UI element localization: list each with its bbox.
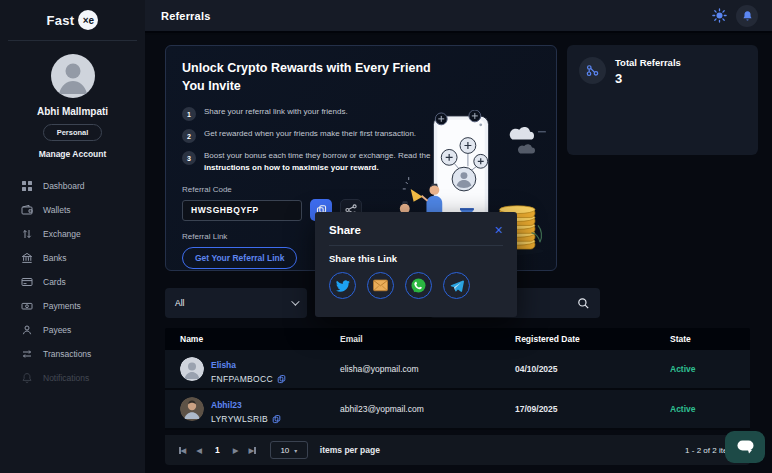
sidebar-item-transactions[interactable]: Transactions xyxy=(0,342,145,366)
total-referrals-text: Total Referrals 3 xyxy=(615,57,681,86)
bell-icon xyxy=(742,10,753,22)
referral-code-value: LYRYWLSRIB xyxy=(211,414,268,424)
referral-code-input[interactable] xyxy=(182,200,302,221)
manage-account-link[interactable]: Manage Account xyxy=(0,149,145,159)
table-row: Abhil23 LYRYWLSRIB abhil23@yopmail.com 1… xyxy=(165,390,750,430)
sidebar-item-cards[interactable]: Cards xyxy=(0,270,145,294)
bank-icon xyxy=(21,252,33,264)
caret-down-icon: ▾ xyxy=(294,447,297,454)
sidebar-item-label: Notifications xyxy=(43,373,89,383)
referral-card-title: Unlock Crypto Rewards with Every Friend … xyxy=(182,60,437,95)
referrals-table: Name Email Registered Date State Elisha … xyxy=(165,328,750,465)
step-text-bold: instructions on how to maximise your rew… xyxy=(204,163,379,172)
row-avatar xyxy=(180,397,204,421)
copy-icon[interactable] xyxy=(272,414,281,424)
step-number-badge: 2 xyxy=(182,129,196,143)
sidebar-item-payees[interactable]: Payees xyxy=(0,318,145,342)
step-number-badge: 3 xyxy=(182,151,196,165)
top-header: Referrals xyxy=(145,0,772,33)
page-size-value: 10 xyxy=(280,446,289,455)
total-referrals-icon-wrap xyxy=(579,57,606,84)
share-telegram-button[interactable] xyxy=(443,272,470,299)
share-twitter-button[interactable] xyxy=(329,272,356,299)
main-content: Unlock Crypto Rewards with Every Friend … xyxy=(145,35,772,473)
total-referrals-card: Total Referrals 3 xyxy=(567,45,758,155)
sidebar-nav: Dashboard Wallets Exchange Banks Cards P… xyxy=(0,174,145,390)
sidebar-item-payments[interactable]: Payments xyxy=(0,294,145,318)
share-popup-header: Share × xyxy=(329,223,503,237)
page-size-dropdown[interactable]: 10 ▾ xyxy=(270,441,308,459)
telegram-icon xyxy=(450,279,464,293)
column-header-state: State xyxy=(670,334,750,344)
email-icon xyxy=(373,279,388,292)
profile-name: Abhi Mallmpati xyxy=(0,106,145,117)
sidebar-item-label: Dashboard xyxy=(43,181,85,191)
column-header-email: Email xyxy=(340,334,515,344)
sidebar-item-label: Payees xyxy=(43,325,71,335)
theme-toggle-button[interactable] xyxy=(712,8,727,23)
exchange-icon xyxy=(21,228,33,240)
twitter-icon xyxy=(336,279,350,293)
whatsapp-icon xyxy=(411,278,426,293)
brand-name: Fast xyxy=(47,13,75,28)
referral-name-link[interactable]: Elisha xyxy=(211,360,236,370)
share-popup-subtitle: Share this Link xyxy=(329,253,503,264)
bell-icon xyxy=(21,372,33,384)
name-stack: Abhil23 LYRYWLSRIB xyxy=(211,394,281,424)
brand-badge-icon: ×e xyxy=(78,10,98,30)
sidebar: Fast ×e Abhi Mallmpati Personal Manage A… xyxy=(0,0,145,473)
payments-icon xyxy=(21,300,33,312)
share-email-button[interactable] xyxy=(367,272,394,299)
sidebar-item-wallets[interactable]: Wallets xyxy=(0,198,145,222)
state-badge: Active xyxy=(670,364,750,374)
table-header-row: Name Email Registered Date State xyxy=(165,328,750,350)
share-popup: Share × Share this Link xyxy=(315,212,517,317)
status-filter-value: All xyxy=(175,298,184,308)
sidebar-item-notifications[interactable]: Notifications xyxy=(0,366,145,390)
chevron-down-icon xyxy=(291,297,299,305)
get-referral-link-button[interactable]: Get Your Referral Link xyxy=(182,247,297,269)
dashboard-icon xyxy=(21,180,33,192)
sidebar-item-label: Cards xyxy=(43,277,66,287)
column-header-name: Name xyxy=(180,334,340,344)
items-per-page-label: items per page xyxy=(320,445,380,455)
copy-icon[interactable] xyxy=(277,374,286,384)
sidebar-item-label: Payments xyxy=(43,301,81,311)
referral-name-link[interactable]: Abhil23 xyxy=(211,400,242,410)
row-avatar xyxy=(180,357,204,381)
last-page-button[interactable]: ▶ xyxy=(247,444,258,457)
popup-divider xyxy=(329,245,503,246)
email-cell: elisha@yopmail.com xyxy=(340,364,515,374)
share-whatsapp-button[interactable] xyxy=(405,272,432,299)
next-page-button[interactable]: ▶ xyxy=(231,444,241,457)
payees-icon xyxy=(21,324,33,336)
account-type-badge: Personal xyxy=(43,124,103,141)
referral-code-line: FNFPAMBOCC xyxy=(211,374,286,384)
name-cell: Elisha FNFPAMBOCC xyxy=(180,354,340,384)
brand-logo[interactable]: Fast ×e xyxy=(0,0,145,40)
sidebar-item-label: Exchange xyxy=(43,229,81,239)
chat-bubble-icon xyxy=(737,440,754,454)
close-icon[interactable]: × xyxy=(495,223,503,237)
total-referrals-value: 3 xyxy=(615,71,681,86)
person-icon xyxy=(180,357,204,381)
sidebar-item-banks[interactable]: Banks xyxy=(0,246,145,270)
notifications-button[interactable] xyxy=(736,5,758,27)
email-cell: abhil23@yopmail.com xyxy=(340,404,515,414)
header-actions xyxy=(712,5,758,27)
column-header-registered-date: Registered Date xyxy=(515,334,670,344)
sidebar-item-label: Banks xyxy=(43,253,67,263)
step-text: Share your referral link with your frien… xyxy=(204,106,348,121)
sidebar-item-label: Wallets xyxy=(43,205,71,215)
card-icon xyxy=(21,276,33,288)
share-popup-title: Share xyxy=(329,224,361,236)
chat-launcher-button[interactable] xyxy=(725,431,765,463)
status-filter-dropdown[interactable]: All xyxy=(165,288,307,318)
search-icon[interactable] xyxy=(577,297,590,310)
previous-page-button[interactable]: ◀ xyxy=(194,444,204,457)
sidebar-item-exchange[interactable]: Exchange xyxy=(0,222,145,246)
sidebar-item-label: Transactions xyxy=(43,349,91,359)
table-pagination: ◀ ◀ 1 ▶ ▶ 10 ▾ items per page 1 - 2 of 2… xyxy=(165,435,750,465)
first-page-button[interactable]: ◀ xyxy=(177,444,188,457)
sidebar-item-dashboard[interactable]: Dashboard xyxy=(0,174,145,198)
